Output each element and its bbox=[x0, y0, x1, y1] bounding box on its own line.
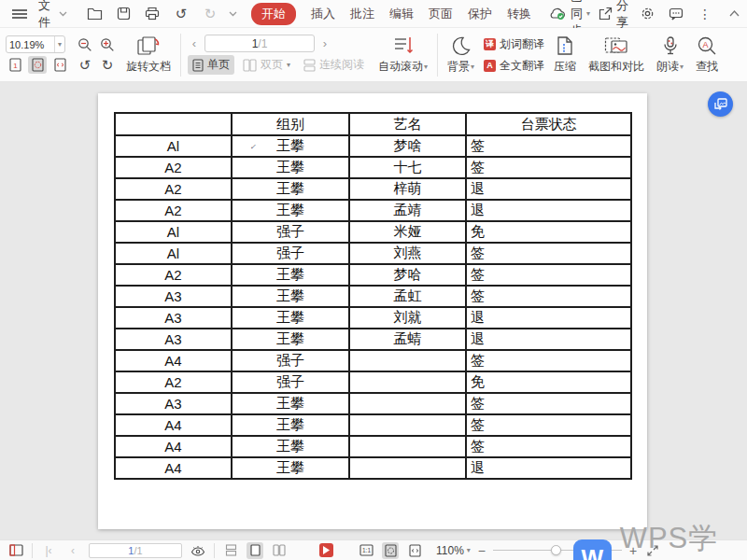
zoom-level-combo[interactable]: 10.19% ▾ bbox=[6, 35, 65, 53]
table-cell bbox=[349, 414, 466, 436]
status-zoom-value: 110% bbox=[436, 544, 464, 557]
share-button[interactable]: 分享 bbox=[599, 0, 628, 31]
tab-protect[interactable]: 保护 bbox=[468, 6, 492, 22]
rotate-right-button[interactable]: ↻ bbox=[98, 56, 117, 74]
status-fit-width-button[interactable] bbox=[406, 542, 423, 559]
single-page-mode-button[interactable]: 单页 bbox=[188, 55, 234, 75]
zoom-slider[interactable] bbox=[493, 544, 622, 557]
table-row: Al强子米娅免 bbox=[115, 221, 631, 243]
tab-edit[interactable]: 编辑 bbox=[389, 6, 414, 22]
header-blank bbox=[115, 113, 232, 135]
hamburger-menu-button[interactable] bbox=[9, 4, 30, 24]
save-button[interactable] bbox=[113, 4, 134, 24]
continuous-reading-button[interactable]: 连续阅读 bbox=[299, 55, 369, 75]
view-toolbar: 10.19% ▾ 1 bbox=[0, 28, 747, 82]
actual-size-icon: 1 bbox=[9, 58, 21, 72]
status-page-input[interactable]: 1 /1 bbox=[89, 543, 182, 558]
table-cell: A4 bbox=[115, 350, 232, 371]
sidebar-panel-icon bbox=[9, 544, 23, 556]
zoom-level-value: 10.19% bbox=[9, 39, 54, 50]
tab-convert[interactable]: 转换 bbox=[507, 6, 531, 22]
feedback-button[interactable] bbox=[666, 4, 686, 24]
chevron-down-icon[interactable] bbox=[59, 11, 67, 17]
settings-button[interactable] bbox=[637, 4, 657, 24]
auto-scroll-button[interactable]: 自动滚动▾ bbox=[375, 31, 430, 79]
prev-page-button[interactable]: ‹ bbox=[64, 542, 81, 559]
table-cell: 免 bbox=[466, 371, 631, 393]
save-icon bbox=[117, 7, 131, 21]
actual-size-button[interactable]: 1 bbox=[6, 56, 24, 74]
divider bbox=[437, 34, 438, 77]
zoom-slider-knob[interactable] bbox=[551, 545, 561, 555]
current-page: 1 bbox=[252, 37, 259, 50]
divider bbox=[180, 34, 181, 77]
table-cell: 王攀 bbox=[232, 264, 349, 286]
status-single-page-button[interactable] bbox=[247, 542, 263, 559]
divider bbox=[214, 543, 215, 558]
view-mode-button[interactable] bbox=[190, 542, 206, 559]
find-label: 查找 bbox=[696, 59, 718, 75]
table-cell: A3 bbox=[115, 329, 232, 350]
tab-home[interactable]: 开始 bbox=[251, 3, 296, 25]
full-translate-button[interactable]: A 全文翻译 bbox=[484, 56, 544, 75]
svg-text:A: A bbox=[703, 40, 709, 49]
previous-page-button[interactable]: ‹ bbox=[188, 36, 201, 50]
table-cell: A4 bbox=[115, 436, 232, 457]
background-button[interactable]: 背景▾ bbox=[444, 31, 477, 79]
fit-page-button[interactable] bbox=[28, 56, 47, 74]
undo-icon: ↺ bbox=[176, 7, 188, 21]
zoom-out-button[interactable] bbox=[76, 35, 94, 53]
table-cell: 刘就 bbox=[349, 307, 466, 329]
read-aloud-button[interactable]: 朗读▾ bbox=[654, 31, 686, 79]
fit-width-button[interactable] bbox=[50, 56, 69, 74]
rotate-left-icon: ↺ bbox=[79, 58, 92, 72]
table-row: A4强子签 bbox=[115, 350, 631, 371]
compress-button[interactable]: 压缩 bbox=[551, 31, 579, 79]
expand-icon bbox=[647, 545, 658, 556]
screenshot-compare-button[interactable]: 截图和对比 bbox=[585, 31, 647, 79]
redo-button[interactable]: ↻ bbox=[200, 4, 220, 24]
document-area[interactable]: 组别 艺名 台票状态 Al✓王攀梦啥签A2王攀十七签A2王攀梓萌退A2王攀孟靖退… bbox=[0, 82, 747, 539]
next-page-button[interactable]: › bbox=[318, 36, 331, 50]
zoom-in-button[interactable] bbox=[98, 35, 117, 53]
tab-comment[interactable]: 批注 bbox=[350, 6, 374, 22]
more-options-button[interactable]: ⋮ bbox=[695, 4, 715, 24]
table-cell: 刘燕 bbox=[349, 243, 466, 264]
double-page-mode-button[interactable]: 双页 ▾ bbox=[238, 55, 295, 75]
page-number-input[interactable]: 1 /1 bbox=[204, 35, 315, 52]
tab-insert[interactable]: 插入 bbox=[311, 6, 335, 22]
rotate-document-button[interactable]: 旋转文档 bbox=[123, 31, 174, 79]
collapse-ribbon-button[interactable] bbox=[724, 4, 744, 24]
undo-button[interactable]: ↺ bbox=[171, 4, 191, 24]
table-cell: 签 bbox=[466, 414, 631, 436]
status-fit-page-button[interactable] bbox=[382, 542, 399, 559]
find-button[interactable]: A 查找 bbox=[693, 31, 721, 79]
status-double-page-button[interactable] bbox=[271, 542, 288, 559]
table-cell: 王攀 bbox=[232, 178, 349, 200]
fullscreen-button[interactable] bbox=[644, 542, 661, 559]
open-file-button[interactable] bbox=[84, 4, 105, 24]
more-commands-chevron-icon[interactable] bbox=[229, 11, 237, 17]
status-continuous-button[interactable] bbox=[222, 542, 239, 559]
tab-page[interactable]: 页面 bbox=[429, 6, 453, 22]
table-cell: 孟靖 bbox=[349, 200, 466, 221]
first-page-button[interactable]: |‹ bbox=[40, 542, 57, 559]
zoom-combo-caret-icon: ▾ bbox=[54, 36, 62, 52]
table-cell: 王攀 bbox=[232, 286, 349, 307]
play-presentation-button[interactable] bbox=[319, 543, 333, 557]
zoom-increase-button[interactable]: + bbox=[629, 544, 637, 557]
word-translate-button[interactable]: 译 划词翻译 bbox=[484, 35, 544, 53]
status-actual-size-button[interactable]: 1:1 bbox=[358, 542, 374, 559]
header-stage-name: 艺名 bbox=[349, 113, 466, 135]
print-button[interactable] bbox=[142, 4, 162, 24]
printer-icon bbox=[145, 7, 160, 21]
rotate-left-button[interactable]: ↺ bbox=[76, 56, 94, 74]
translate-group: 译 划词翻译 A 全文翻译 bbox=[484, 35, 544, 75]
table-cell: 米娅 bbox=[349, 221, 466, 243]
table-cell bbox=[349, 371, 466, 393]
zoom-decrease-button[interactable]: − bbox=[478, 544, 486, 557]
status-zoom-dropdown[interactable]: 110% ▾ bbox=[436, 544, 471, 557]
convert-to-image-floating-button[interactable] bbox=[708, 91, 733, 117]
sidebar-toggle-button[interactable] bbox=[7, 542, 24, 559]
file-menu[interactable]: 文件 bbox=[38, 0, 50, 31]
